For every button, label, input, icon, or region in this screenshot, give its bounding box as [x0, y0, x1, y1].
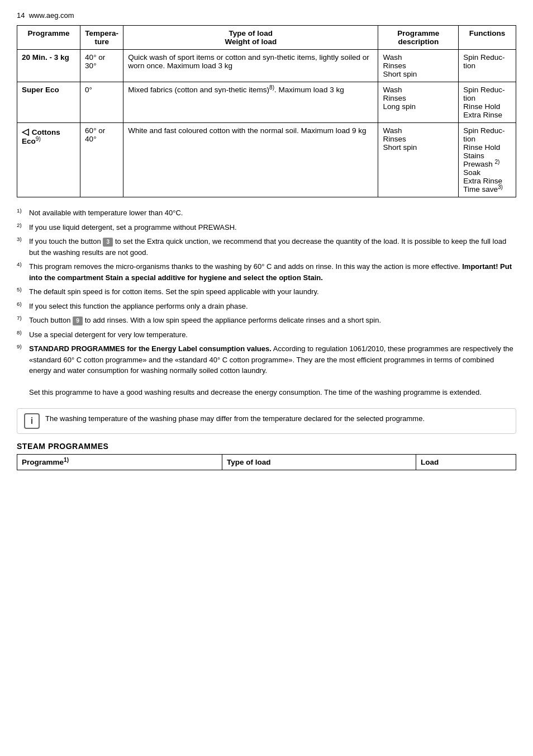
col-header-type-weight: Type of loadWeight of load: [123, 26, 378, 50]
description-cell: WashRinsesShort spin: [378, 123, 459, 197]
temperature-cell: 60° or 40°: [80, 123, 123, 197]
button-badge-9: 9: [73, 316, 83, 325]
programme-name: 20 Min. - 3 kg: [17, 50, 80, 82]
steam-table: Programme1) Type of load Load: [17, 454, 516, 470]
programme-name: ◁ Cottons Eco9): [17, 123, 80, 197]
website-link: www.aeg.com: [29, 11, 74, 20]
temperature-cell: 40° or 30°: [80, 50, 123, 82]
page-number: 14 www.aeg.com: [17, 11, 516, 20]
col-header-description: Programme description: [378, 26, 459, 50]
programme-name: Super Eco: [17, 82, 80, 123]
footnote-8: 8) Use a special detergent for very low …: [17, 329, 516, 341]
functions-cell: Spin Reduc-tion: [459, 50, 516, 82]
type-weight-cell: Mixed fabrics (cotton and syn-thetic ite…: [123, 82, 378, 123]
steam-col-type: Type of load: [222, 454, 416, 470]
steam-col-load: Load: [416, 454, 516, 470]
steam-col-programme: Programme1): [17, 454, 222, 470]
cottons-arrow-icon: ◁: [22, 127, 28, 136]
info-icon: i: [24, 413, 40, 429]
col-header-temperature: Tempera-ture: [80, 26, 123, 50]
footnotes-section: 1) Not available with temperature lower …: [17, 207, 516, 398]
footnote-2: 2) If you use liquid detergent, set a pr…: [17, 222, 516, 233]
info-box: i The washing temperature of the washing…: [17, 408, 516, 434]
footnote-9: 9) STANDARD PROGRAMMES for the Energy La…: [17, 343, 516, 398]
col-header-functions: Functions: [459, 26, 516, 50]
description-cell: WashRinsesShort spin: [378, 50, 459, 82]
type-weight-cell: Quick wash of sport items or cotton and …: [123, 50, 378, 82]
functions-cell: Spin Reduc-tionRinse HoldExtra Rinse: [459, 82, 516, 123]
footnote-3: 3) If you touch the button 3 to set the …: [17, 236, 516, 258]
programme-table: Programme Tempera-ture Type of loadWeigh…: [17, 25, 516, 197]
type-weight-cell: White and fast coloured cotton with the …: [123, 123, 378, 197]
table-row: ◁ Cottons Eco9) 60° or 40° White and fas…: [17, 123, 516, 197]
footnote-5: 5) The default spin speed is for cotton …: [17, 286, 516, 297]
functions-cell: Spin Reduc-tionRinse HoldStainsPrewash 2…: [459, 123, 516, 197]
footnote-6: 6) If you select this function the appli…: [17, 301, 516, 312]
steam-heading: STEAM PROGRAMMES: [17, 442, 516, 451]
col-header-programme: Programme: [17, 26, 80, 50]
info-box-text: The washing temperature of the washing p…: [45, 413, 509, 424]
footnote-4: 4) This program removes the micro-organi…: [17, 261, 516, 283]
button-badge-3: 3: [103, 238, 113, 247]
description-cell: WashRinsesLong spin: [378, 82, 459, 123]
footnote-1: 1) Not available with temperature lower …: [17, 207, 516, 219]
temperature-cell: 0°: [80, 82, 123, 123]
footnote-7: 7) Touch button 9 to add rinses. With a …: [17, 315, 516, 326]
table-row: Super Eco 0° Mixed fabrics (cotton and s…: [17, 82, 516, 123]
table-row: 20 Min. - 3 kg 40° or 30° Quick wash of …: [17, 50, 516, 82]
